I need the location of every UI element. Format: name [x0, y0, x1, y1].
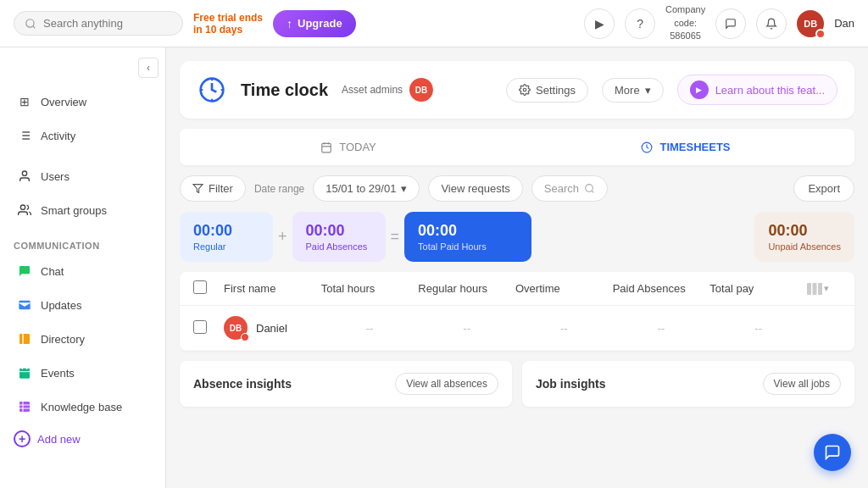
- tab-timesheets[interactable]: TIMESHEETS: [517, 129, 854, 165]
- svg-rect-30: [812, 283, 816, 295]
- chat-float-icon: [824, 444, 841, 461]
- bottom-insights-row: Absence insights View all absences Job i…: [180, 361, 854, 407]
- message-icon: [725, 18, 737, 30]
- sidebar-item-users[interactable]: Users: [3, 160, 162, 192]
- settings-icon: [519, 84, 531, 96]
- row-checkbox[interactable]: [193, 320, 207, 334]
- col-total-pay: Total pay: [709, 282, 807, 295]
- svg-rect-29: [807, 283, 811, 295]
- search-icon: [25, 18, 36, 30]
- sidebar-item-updates[interactable]: Updates: [3, 289, 162, 321]
- global-search[interactable]: [14, 11, 183, 36]
- col-overtime: Overtime: [515, 282, 613, 295]
- col-paid-absences: Paid Absences: [613, 282, 710, 295]
- add-circle-icon: +: [14, 430, 31, 447]
- sidebar-collapse: ‹: [0, 54, 165, 85]
- user-avatar-small: DB: [224, 316, 248, 340]
- equals-sign: =: [391, 228, 400, 246]
- asset-admins-label: Asset admins: [342, 84, 403, 96]
- view-requests-button[interactable]: View requests: [428, 175, 522, 202]
- sidebar-item-label: Updates: [41, 299, 81, 312]
- sidebar-item-activity[interactable]: Activity: [3, 119, 162, 152]
- stat-total-paid: 00:00 Total Paid Hours: [404, 212, 531, 262]
- sidebar-item-label: Users: [41, 170, 70, 183]
- select-all-checkbox[interactable]: [193, 280, 207, 294]
- column-toggle-button[interactable]: ▾: [807, 283, 841, 295]
- svg-point-28: [586, 185, 593, 192]
- select-all-checkbox-wrapper: [193, 280, 224, 297]
- stat-paid-absences: 00:00 Paid Absences: [292, 212, 386, 262]
- regular-label: Regular: [193, 241, 259, 252]
- sidebar-item-chat[interactable]: Chat: [3, 255, 162, 287]
- sidebar-item-label: Knowledge base: [41, 401, 122, 413]
- sidebar-item-overview[interactable]: ⊞ Overview: [3, 86, 162, 118]
- table-search[interactable]: Search: [531, 175, 608, 202]
- help-button[interactable]: ?: [625, 8, 655, 39]
- upgrade-button[interactable]: Upgrade: [273, 10, 356, 37]
- date-range-select[interactable]: 15/01 to 29/01 ▾: [313, 175, 420, 202]
- filter-button[interactable]: Filter: [180, 175, 246, 202]
- main-layout: ‹ ⊞ Overview Activity Users Smart groups: [0, 47, 868, 488]
- tab-today[interactable]: TODAY: [180, 129, 517, 165]
- chat-icon: [17, 263, 32, 279]
- play-icon: ▶: [595, 17, 604, 30]
- job-insights-title: Job insights: [536, 377, 605, 391]
- sidebar-item-directory[interactable]: Directory: [3, 323, 162, 355]
- svg-marker-27: [193, 185, 203, 193]
- view-all-absences-button[interactable]: View all absences: [395, 373, 498, 395]
- play-circle-icon: ▶: [690, 80, 709, 99]
- settings-button[interactable]: Settings: [506, 78, 588, 103]
- svg-point-7: [22, 171, 26, 175]
- avatar-badge: [815, 29, 826, 39]
- unpaid-label: Unpaid Absences: [768, 241, 841, 252]
- cell-regular-hours: --: [418, 322, 515, 335]
- communication-section-label: Communication: [0, 234, 165, 254]
- asset-admins: Asset admins DB: [342, 78, 433, 102]
- sidebar-item-label: Activity: [41, 130, 75, 142]
- sidebar-item-smart-groups[interactable]: Smart groups: [3, 194, 162, 226]
- stat-unpaid: 00:00 Unpaid Absences: [754, 212, 854, 262]
- add-new-button[interactable]: + Add new: [0, 424, 165, 454]
- paid-absences-value: 00:00: [306, 222, 372, 240]
- sidebar: ‹ ⊞ Overview Activity Users Smart groups: [0, 47, 166, 488]
- date-range-label: Date range: [254, 183, 304, 195]
- trial-info: Free trial ends in 10 days: [193, 12, 263, 36]
- svg-rect-12: [19, 369, 30, 379]
- absence-insights-card: Absence insights View all absences: [180, 361, 512, 407]
- more-button[interactable]: More ▾: [602, 78, 664, 103]
- chevron-down-icon: ▾: [401, 182, 407, 195]
- collapse-sidebar-button[interactable]: ‹: [138, 58, 159, 78]
- add-new-label: Add new: [37, 433, 81, 446]
- calendar-icon: [320, 141, 332, 153]
- learn-feature-button[interactable]: ▶ Learn about this feat...: [677, 75, 837, 105]
- sidebar-item-label: Events: [41, 367, 75, 380]
- sidebar-item-knowledge-base[interactable]: Knowledge base: [3, 391, 162, 423]
- total-paid-label: Total Paid Hours: [418, 241, 518, 252]
- chevron-down-icon: ▾: [645, 84, 651, 97]
- absence-insights-title: Absence insights: [193, 377, 292, 391]
- cell-total-pay: --: [709, 322, 807, 335]
- users-icon: [17, 169, 32, 184]
- row-checkbox-wrapper: [193, 320, 224, 336]
- col-total-hours: Total hours: [321, 282, 419, 295]
- view-all-jobs-button[interactable]: View all jobs: [763, 373, 841, 395]
- svg-point-0: [26, 19, 34, 26]
- sidebar-item-events[interactable]: Events: [3, 357, 162, 389]
- notifications-button[interactable]: [756, 8, 787, 39]
- play-button[interactable]: ▶: [584, 8, 615, 39]
- user-name: Dan: [834, 17, 854, 30]
- cell-overtime: --: [515, 322, 613, 335]
- help-icon: ?: [637, 17, 643, 30]
- user-avatar[interactable]: DB: [797, 10, 824, 37]
- sidebar-item-label: Smart groups: [41, 204, 107, 217]
- plus-sign: +: [278, 228, 287, 246]
- col-regular-hours: Regular hours: [418, 282, 515, 295]
- chat-float-button[interactable]: [814, 434, 851, 471]
- svg-rect-10: [19, 334, 30, 344]
- export-button[interactable]: Export: [793, 175, 854, 202]
- cell-total-hours: --: [321, 322, 419, 335]
- chat-button[interactable]: [715, 8, 746, 39]
- search-icon: [584, 183, 595, 194]
- search-input[interactable]: [43, 17, 162, 30]
- overview-icon: ⊞: [17, 94, 32, 109]
